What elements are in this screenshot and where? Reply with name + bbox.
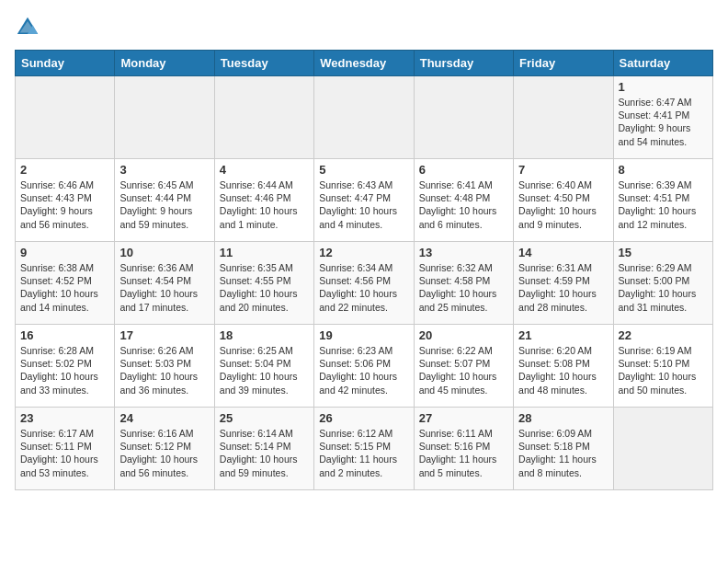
day-number: 17 [119, 328, 209, 342]
day-cell [16, 76, 115, 159]
day-cell: 26Sunrise: 6:12 AM Sunset: 5:15 PM Dayli… [314, 408, 414, 490]
day-number: 23 [20, 411, 109, 425]
day-cell: 12Sunrise: 6:34 AM Sunset: 4:56 PM Dayli… [314, 242, 414, 325]
day-cell: 13Sunrise: 6:32 AM Sunset: 4:58 PM Dayli… [414, 242, 513, 325]
day-detail: Sunrise: 6:35 AM Sunset: 4:55 PM Dayligh… [220, 261, 309, 314]
day-cell: 16Sunrise: 6:28 AM Sunset: 5:02 PM Dayli… [16, 325, 115, 408]
day-number: 13 [419, 246, 508, 259]
day-cell: 1Sunrise: 6:47 AM Sunset: 4:41 PM Daylig… [613, 76, 712, 159]
day-number: 2 [20, 163, 109, 177]
day-number: 12 [319, 246, 408, 259]
weekday-header-thursday: Thursday [414, 51, 513, 76]
day-number: 21 [518, 328, 608, 342]
day-cell [514, 76, 613, 159]
day-detail: Sunrise: 6:44 AM Sunset: 4:46 PM Dayligh… [220, 178, 309, 231]
day-cell: 23Sunrise: 6:17 AM Sunset: 5:11 PM Dayli… [16, 408, 115, 490]
day-detail: Sunrise: 6:12 AM Sunset: 5:15 PM Dayligh… [319, 427, 408, 479]
day-cell [613, 408, 712, 490]
day-number: 5 [319, 163, 408, 177]
day-number: 6 [419, 163, 508, 177]
day-number: 20 [419, 328, 508, 342]
day-cell: 18Sunrise: 6:25 AM Sunset: 5:04 PM Dayli… [214, 325, 313, 408]
day-cell: 27Sunrise: 6:11 AM Sunset: 5:16 PM Dayli… [414, 408, 513, 490]
day-number: 9 [20, 246, 109, 259]
day-detail: Sunrise: 6:38 AM Sunset: 4:52 PM Dayligh… [20, 261, 109, 314]
week-row-2: 9Sunrise: 6:38 AM Sunset: 4:52 PM Daylig… [16, 242, 713, 325]
day-cell: 7Sunrise: 6:40 AM Sunset: 4:50 PM Daylig… [514, 159, 613, 242]
day-number: 14 [518, 246, 608, 259]
day-number: 7 [518, 163, 608, 177]
day-number: 18 [220, 328, 309, 342]
day-number: 25 [220, 411, 309, 425]
day-number: 28 [518, 411, 608, 425]
weekday-header-row: SundayMondayTuesdayWednesdayThursdayFrid… [16, 51, 713, 76]
day-number: 26 [319, 411, 408, 425]
day-detail: Sunrise: 6:17 AM Sunset: 5:11 PM Dayligh… [20, 427, 109, 479]
day-cell [414, 76, 513, 159]
day-detail: Sunrise: 6:19 AM Sunset: 5:10 PM Dayligh… [619, 344, 708, 396]
day-number: 15 [619, 246, 708, 259]
page-header [15, 15, 713, 40]
day-number: 27 [419, 411, 508, 425]
day-detail: Sunrise: 6:25 AM Sunset: 5:04 PM Dayligh… [220, 344, 309, 396]
day-number: 3 [119, 163, 209, 177]
day-detail: Sunrise: 6:29 AM Sunset: 5:00 PM Dayligh… [619, 261, 708, 314]
day-detail: Sunrise: 6:43 AM Sunset: 4:47 PM Dayligh… [319, 178, 408, 231]
day-detail: Sunrise: 6:40 AM Sunset: 4:50 PM Dayligh… [518, 178, 608, 231]
day-detail: Sunrise: 6:47 AM Sunset: 4:41 PM Dayligh… [619, 96, 708, 148]
day-cell: 17Sunrise: 6:26 AM Sunset: 5:03 PM Dayli… [115, 325, 214, 408]
day-cell: 20Sunrise: 6:22 AM Sunset: 5:07 PM Dayli… [414, 325, 513, 408]
day-number: 11 [220, 246, 309, 259]
day-detail: Sunrise: 6:34 AM Sunset: 4:56 PM Dayligh… [319, 261, 408, 314]
day-cell: 8Sunrise: 6:39 AM Sunset: 4:51 PM Daylig… [613, 159, 712, 242]
day-cell: 24Sunrise: 6:16 AM Sunset: 5:12 PM Dayli… [115, 408, 214, 490]
day-detail: Sunrise: 6:26 AM Sunset: 5:03 PM Dayligh… [119, 344, 209, 396]
day-cell: 2Sunrise: 6:46 AM Sunset: 4:43 PM Daylig… [16, 159, 115, 242]
day-detail: Sunrise: 6:16 AM Sunset: 5:12 PM Dayligh… [119, 427, 209, 479]
day-detail: Sunrise: 6:23 AM Sunset: 5:06 PM Dayligh… [319, 344, 408, 396]
day-detail: Sunrise: 6:36 AM Sunset: 4:54 PM Dayligh… [119, 261, 209, 314]
day-cell [115, 76, 214, 159]
day-detail: Sunrise: 6:31 AM Sunset: 4:59 PM Dayligh… [518, 261, 608, 314]
day-number: 4 [220, 163, 309, 177]
day-detail: Sunrise: 6:39 AM Sunset: 4:51 PM Dayligh… [619, 178, 708, 231]
weekday-header-saturday: Saturday [613, 51, 712, 76]
week-row-4: 23Sunrise: 6:17 AM Sunset: 5:11 PM Dayli… [16, 408, 713, 490]
day-number: 19 [319, 328, 408, 342]
day-cell: 10Sunrise: 6:36 AM Sunset: 4:54 PM Dayli… [115, 242, 214, 325]
weekday-header-monday: Monday [115, 51, 214, 76]
calendar-table: SundayMondayTuesdayWednesdayThursdayFrid… [15, 50, 713, 490]
day-cell [214, 76, 313, 159]
day-cell: 25Sunrise: 6:14 AM Sunset: 5:14 PM Dayli… [214, 408, 313, 490]
day-detail: Sunrise: 6:28 AM Sunset: 5:02 PM Dayligh… [20, 344, 109, 396]
day-cell: 5Sunrise: 6:43 AM Sunset: 4:47 PM Daylig… [314, 159, 414, 242]
day-cell: 11Sunrise: 6:35 AM Sunset: 4:55 PM Dayli… [214, 242, 313, 325]
day-detail: Sunrise: 6:11 AM Sunset: 5:16 PM Dayligh… [419, 427, 508, 479]
day-cell: 6Sunrise: 6:41 AM Sunset: 4:48 PM Daylig… [414, 159, 513, 242]
day-number: 1 [619, 80, 708, 94]
day-cell: 21Sunrise: 6:20 AM Sunset: 5:08 PM Dayli… [514, 325, 613, 408]
day-cell: 3Sunrise: 6:45 AM Sunset: 4:44 PM Daylig… [115, 159, 214, 242]
day-number: 22 [619, 328, 708, 342]
day-cell [314, 76, 414, 159]
day-detail: Sunrise: 6:20 AM Sunset: 5:08 PM Dayligh… [518, 344, 608, 396]
day-detail: Sunrise: 6:14 AM Sunset: 5:14 PM Dayligh… [220, 427, 309, 479]
day-cell: 4Sunrise: 6:44 AM Sunset: 4:46 PM Daylig… [214, 159, 313, 242]
day-detail: Sunrise: 6:45 AM Sunset: 4:44 PM Dayligh… [119, 178, 209, 231]
day-number: 24 [119, 411, 209, 425]
weekday-header-friday: Friday [514, 51, 613, 76]
day-cell: 19Sunrise: 6:23 AM Sunset: 5:06 PM Dayli… [314, 325, 414, 408]
day-detail: Sunrise: 6:09 AM Sunset: 5:18 PM Dayligh… [518, 427, 608, 479]
weekday-header-tuesday: Tuesday [214, 51, 313, 76]
day-number: 8 [619, 163, 708, 177]
logo [15, 15, 44, 40]
day-number: 10 [119, 246, 209, 259]
logo-icon [15, 15, 40, 40]
day-detail: Sunrise: 6:32 AM Sunset: 4:58 PM Dayligh… [419, 261, 508, 314]
day-cell: 22Sunrise: 6:19 AM Sunset: 5:10 PM Dayli… [613, 325, 712, 408]
day-detail: Sunrise: 6:46 AM Sunset: 4:43 PM Dayligh… [20, 178, 109, 231]
weekday-header-wednesday: Wednesday [314, 51, 414, 76]
week-row-0: 1Sunrise: 6:47 AM Sunset: 4:41 PM Daylig… [16, 76, 713, 159]
day-cell: 14Sunrise: 6:31 AM Sunset: 4:59 PM Dayli… [514, 242, 613, 325]
day-cell: 15Sunrise: 6:29 AM Sunset: 5:00 PM Dayli… [613, 242, 712, 325]
